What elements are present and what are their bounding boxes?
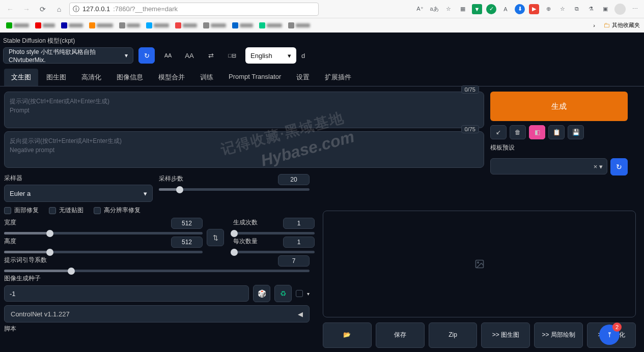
collections-icon[interactable]: ▦ [458,4,468,14]
bookmark-item[interactable] [59,22,85,28]
avatar[interactable] [614,4,626,15]
bookmark-item[interactable] [201,22,228,28]
batch-count-slider[interactable] [233,232,315,234]
extensions-icon[interactable]: ⊕ [543,4,553,14]
height-value[interactable]: 512 [171,237,203,248]
send-inpaint-button[interactable]: >> 局部绘制 [534,322,583,348]
random-seed-button[interactable]: 🎲 [253,285,270,302]
bookmarks-overflow-icon[interactable]: › [593,22,595,28]
ext-collections-icon[interactable]: ⧉ [572,4,582,14]
save-style-button[interactable]: 💾 [568,125,584,139]
more-icon[interactable]: ⋯ [630,4,640,14]
preset-select[interactable]: × ▾ [490,158,607,174]
prompt-counter: 0/75 [461,85,479,94]
floating-upload-button[interactable]: ⤒ 2 [599,325,620,345]
refresh-icon[interactable]: ⟳ [37,3,49,15]
home-icon[interactable]: ⌂ [53,3,65,15]
swap-lang-icon[interactable]: ⇄ [203,47,219,64]
save-button[interactable]: 保存 [376,322,425,348]
batch-size-slider[interactable] [233,251,315,253]
chevron-down-icon[interactable]: ▾ [307,291,310,297]
ext-green-icon[interactable]: ✓ [486,4,496,14]
face-restore-checkbox[interactable]: 面部修复 [4,206,39,215]
width-value[interactable]: 512 [171,218,203,229]
output-image[interactable] [323,211,636,317]
prompt-placeholder-2: Prompt [10,107,479,114]
ext-a-icon[interactable]: A [500,4,511,14]
reuse-seed-button[interactable]: ♻ [274,285,292,302]
back-icon[interactable]: ← [4,3,16,15]
tab-settings[interactable]: 设置 [289,69,317,86]
height-slider[interactable] [4,251,203,253]
steps-label: 采样步数 [159,174,183,183]
prompt-textarea[interactable]: 提示词(按Ctrl+Enter或Alt+Enter生成) Prompt [4,92,484,128]
generate-button[interactable]: 生成 [490,92,628,121]
refresh-preset-button[interactable]: ↻ [610,158,628,175]
extra-seed-checkbox[interactable] [296,290,303,297]
other-bookmarks-label[interactable]: 其他收藏夹 [612,21,640,29]
shield-icon[interactable]: ▼ [472,4,482,14]
bookmark-item[interactable] [173,22,199,28]
ext-performance-icon[interactable]: ⚗ [586,4,596,14]
refresh-models-button[interactable]: ↻ [138,47,155,64]
negative-prompt-textarea[interactable]: 反向提示词(按Ctrl+Enter或Alt+Enter生成) Negative … [4,131,484,168]
bookmark-item[interactable] [257,22,284,28]
steps-slider[interactable] [159,188,310,191]
bookmark-item[interactable] [117,22,142,28]
bookmark-item[interactable] [4,22,31,28]
ext-download-icon[interactable]: ⬇ [515,4,525,14]
swap-dims-button[interactable]: ⇅ [207,229,224,246]
send-img2img-button[interactable]: >> 图生图 [481,322,530,348]
cfg-value[interactable]: 7 [278,255,310,267]
text-size-large-icon[interactable]: AA [181,47,198,64]
translate-icon[interactable]: aあ [429,4,439,14]
model-checkpoint-select[interactable]: Photo style 小红书纯欲风格自拍 CNvtuberMix. ▾ [3,47,133,64]
clear-icon[interactable]: × ▾ [594,163,603,170]
url-path: :7860/?__theme=dark [113,5,178,13]
batch-size-value[interactable]: 1 [283,237,315,248]
read-aloud-icon[interactable]: A⁺ [415,4,425,14]
seed-input[interactable]: -1 [4,285,249,302]
zip-button[interactable]: Zip [429,322,478,348]
seed-label: 图像生成种子 [4,274,310,283]
tiling-checkbox[interactable]: 无缝贴图 [49,206,83,215]
translate-icon[interactable]: □⊟ [224,47,240,64]
text-size-small-icon[interactable]: AA [160,47,176,64]
bookmark-item[interactable] [144,22,171,28]
bookmark-item[interactable] [87,22,115,28]
address-bar[interactable]: ⓘ 127.0.0.1:7860/?__theme=dark [69,3,319,16]
tab-prompt-translator[interactable]: Prompt Translator [221,69,288,86]
bookmarks-bar: › 🗀 其他收藏夹 [0,18,644,33]
bookmark-item[interactable] [33,22,57,28]
arrow-tool-button[interactable]: ↙ [490,125,507,139]
batch-count-value[interactable]: 1 [283,218,315,229]
model-value: Photo style 小红书纯欲风格自拍 CNvtuberMix. [9,48,125,64]
tab-train[interactable]: 训练 [193,69,220,86]
bookmark-item[interactable] [286,22,312,28]
sampler-select[interactable]: Euler a ▾ [4,185,153,202]
tab-extensions[interactable]: 扩展插件 [318,69,358,86]
open-folder-button[interactable]: 📂 [323,322,372,348]
language-select[interactable]: English ▾ [245,47,296,64]
clear-button[interactable]: 🗑 [510,125,526,139]
tab-extras[interactable]: 高清化 [74,69,108,86]
ext-youtube-icon[interactable]: ▶ [529,4,539,14]
steps-value[interactable]: 20 [278,174,310,185]
tab-img2img[interactable]: 图生图 [39,69,73,86]
hires-checkbox[interactable]: 高分辨率修复 [94,206,141,215]
controlnet-accordion[interactable]: ControlNet v1.1.227 ◀ [4,305,310,322]
favorites-bar-icon[interactable]: ☆ [557,4,568,14]
styles-button[interactable]: ◧ [529,125,545,139]
ext-app-icon[interactable]: ▣ [600,4,610,14]
tab-pnginfo[interactable]: 图像信息 [109,69,150,86]
height-label: 高度 [4,237,16,246]
favorite-icon[interactable]: ☆ [443,4,454,14]
header-row: Photo style 小红书纯欲风格自拍 CNvtuberMix. ▾ ↻ A… [0,47,644,69]
clipboard-button[interactable]: 📋 [548,125,565,139]
tab-checkpoint-merger[interactable]: 模型合并 [151,69,192,86]
cfg-slider[interactable] [4,270,310,272]
bookmark-item[interactable] [230,22,255,28]
forward-icon[interactable]: → [20,3,33,15]
tab-txt2img[interactable]: 文生图 [4,69,38,86]
width-slider[interactable] [4,232,203,234]
